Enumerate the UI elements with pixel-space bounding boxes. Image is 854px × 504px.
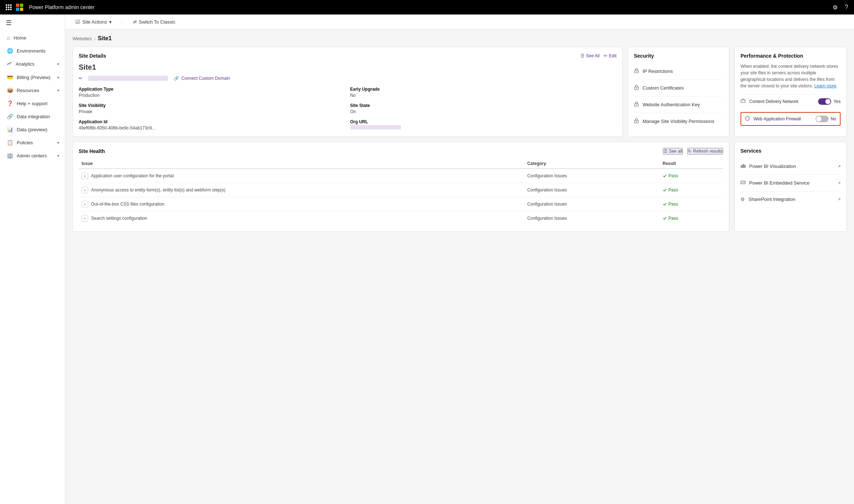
hamburger-menu-icon[interactable]: ☰ (0, 15, 65, 31)
edit-button[interactable]: ✏ Edit (604, 53, 616, 58)
sidebar-label-admin-centers: Admin centers (17, 153, 47, 158)
refresh-icon: ↻ (688, 149, 692, 154)
table-row: › Out-of-the-box CSS files configuration… (79, 197, 723, 211)
issue-text: Anonymous access to entity form(s), enti… (91, 187, 226, 193)
security-item-website-auth-key[interactable]: Website Authentication Key (634, 96, 723, 113)
sharepoint-icon: ⚙ (740, 197, 745, 202)
sidebar-item-help[interactable]: ❓ Help + support (0, 97, 65, 110)
cdn-label: Content Delivery Network (749, 99, 799, 104)
switch-classic-button[interactable]: ⇄ Switch To Classic (130, 18, 178, 26)
sidebar-item-environments[interactable]: 🌐 Environments (0, 44, 65, 57)
issue-text: Search settings configuration (91, 216, 147, 221)
data-preview-icon: 📊 (7, 127, 13, 132)
see-all-health-button[interactable]: ☰ See all (663, 148, 683, 154)
svg-rect-12 (741, 100, 745, 103)
security-title: Security (634, 53, 654, 59)
apps-grid-icon[interactable] (6, 4, 12, 10)
perf-title: Performance & Protection (740, 53, 803, 59)
website-auth-key-icon (634, 102, 639, 108)
site-actions-chevron: ▾ (109, 19, 112, 25)
waf-toggle[interactable] (816, 116, 829, 122)
waf-label: Web Application Firewall (754, 116, 801, 121)
category-cell: Configuration Issues (524, 211, 660, 226)
sidebar-item-billing[interactable]: 💳 Billing (Preview) ▾ (0, 71, 65, 84)
expand-row-button[interactable]: › (82, 173, 88, 179)
svg-rect-0 (16, 4, 19, 7)
site-url-blurred (88, 76, 168, 81)
site-actions-checkbox-icon: ☑ (75, 19, 80, 25)
issue-column-header: Issue (79, 159, 524, 169)
power-bi-embedded-external-link-icon: ↗ (838, 181, 841, 185)
perf-description: When enabled, the content delivery netwo… (740, 63, 841, 89)
health-table-scroll[interactable]: Issue Category Result › Application user… (79, 159, 723, 226)
breadcrumb-parent[interactable]: Websites (73, 36, 92, 41)
connect-custom-domain-button[interactable]: 🔗 Connect Custom Domain (174, 76, 230, 81)
cdn-icon (740, 99, 746, 105)
waf-toggle-thumb (816, 116, 821, 121)
home-icon: ⌂ (7, 35, 10, 41)
sidebar-item-data-preview[interactable]: 📊 Data (preview) (0, 123, 65, 136)
category-cell: Configuration Issues (524, 197, 660, 211)
service-item-power-bi-embedded[interactable]: Power BI Embedded Service ↗ (740, 175, 841, 191)
sidebar-item-resources[interactable]: 📦 Resources ▾ (0, 84, 65, 97)
expand-row-button[interactable]: › (82, 201, 88, 207)
site-details-title: Site Details (79, 53, 106, 59)
detail-early-upgrade-label: Early Upgrade (350, 87, 617, 92)
svg-point-11 (636, 121, 637, 122)
bottom-row-grid: Site Health ☰ See all ↻ Refresh results (73, 142, 847, 232)
breadcrumb-separator: › (94, 36, 95, 41)
result-cell: Pass (660, 169, 723, 183)
detail-early-upgrade-value: No (350, 93, 356, 98)
analytics-icon (7, 61, 12, 67)
custom-certificates-label: Custom Certificates (643, 85, 684, 91)
site-details-card: Site Details ☰ See All ✏ Edit (73, 47, 623, 137)
site-actions-button[interactable]: ☑ Site Actions ▾ (73, 17, 115, 26)
refresh-results-button[interactable]: ↻ Refresh results (687, 148, 723, 154)
sidebar-item-admin-centers[interactable]: 🏢 Admin centers ▾ (0, 149, 65, 162)
sidebar-item-analytics[interactable]: Analytics ▾ (0, 57, 65, 71)
security-item-ip-restrictions[interactable]: IP Restrictions (634, 63, 723, 80)
learn-more-link[interactable]: Learn more (814, 83, 836, 88)
issue-cell: › Out-of-the-box CSS files configuration (79, 197, 524, 211)
detail-org-url: Org URL (350, 119, 617, 131)
environments-icon: 🌐 (7, 48, 13, 54)
manage-visibility-label: Manage Site Visibility Permissions (643, 119, 714, 124)
service-item-power-bi-viz[interactable]: Power BI Visualization ↗ (740, 158, 841, 175)
svg-rect-14 (742, 165, 743, 168)
category-cell: Configuration Issues (524, 183, 660, 197)
service-item-sharepoint[interactable]: ⚙ SharePoint Integration ↗ (740, 191, 841, 207)
see-all-button[interactable]: ☰ See All (581, 53, 599, 58)
security-item-manage-visibility[interactable]: Manage Site Visibility Permissions (634, 113, 723, 129)
sidebar-label-data-preview: Data (preview) (17, 127, 48, 132)
resources-icon: 📦 (7, 87, 13, 93)
cdn-toggle[interactable] (818, 98, 831, 105)
site-url-row: ✏ 🔗 Connect Custom Domain (79, 76, 616, 81)
power-bi-viz-label: Power BI Visualization (749, 164, 796, 169)
billing-chevron: ▾ (57, 75, 59, 79)
svg-rect-3 (20, 8, 23, 11)
expand-row-button[interactable]: › (82, 215, 88, 222)
detail-application-type-value: Production (79, 93, 99, 98)
ip-restrictions-label: IP Restrictions (643, 69, 673, 74)
detail-site-visibility-value: Private (79, 109, 92, 114)
category-column-header: Category (524, 159, 660, 169)
sidebar-label-environments: Environments (17, 48, 45, 54)
sidebar-label-resources: Resources (17, 88, 39, 93)
connect-domain-icon: 🔗 (174, 76, 179, 81)
settings-icon[interactable]: ⚙ (833, 4, 838, 11)
security-item-custom-certificates[interactable]: Custom Certificates (634, 80, 723, 96)
help-support-icon: ❓ (7, 100, 13, 106)
org-url-blurred (350, 125, 401, 129)
sharepoint-label: SharePoint Integration (748, 197, 795, 202)
sidebar-item-policies[interactable]: 📋 Policies ▾ (0, 136, 65, 149)
detail-site-state-value: On (350, 109, 356, 114)
issue-text: Application user configuration for the p… (91, 173, 174, 178)
waf-row: Web Application Firewall No (740, 112, 841, 126)
expand-row-button[interactable]: › (82, 187, 88, 193)
sidebar-item-home[interactable]: ⌂ Home (0, 31, 65, 44)
sidebar-item-data-integration[interactable]: 🔗 Data integration (0, 110, 65, 123)
help-icon[interactable]: ? (845, 4, 848, 11)
top-row-grid: Site Details ☰ See All ✏ Edit (73, 47, 847, 137)
svg-point-7 (636, 88, 637, 89)
site-details-actions: ☰ See All ✏ Edit (581, 53, 616, 58)
